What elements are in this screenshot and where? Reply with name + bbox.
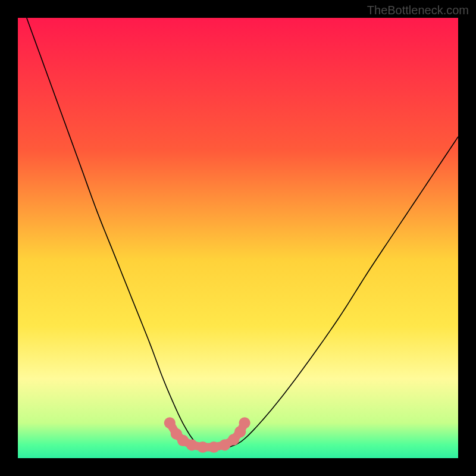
marker-dot: [164, 417, 176, 428]
gradient-background: [18, 18, 458, 458]
marker-dot: [208, 441, 220, 453]
marker-dot: [239, 417, 250, 428]
plot-area: [18, 18, 458, 458]
watermark-text: TheBottleneck.com: [367, 4, 469, 17]
marker-dot: [186, 439, 198, 450]
marker-dot: [197, 441, 208, 453]
chart-container: TheBottleneck.com: [0, 0, 476, 476]
plot-svg: [18, 18, 458, 458]
